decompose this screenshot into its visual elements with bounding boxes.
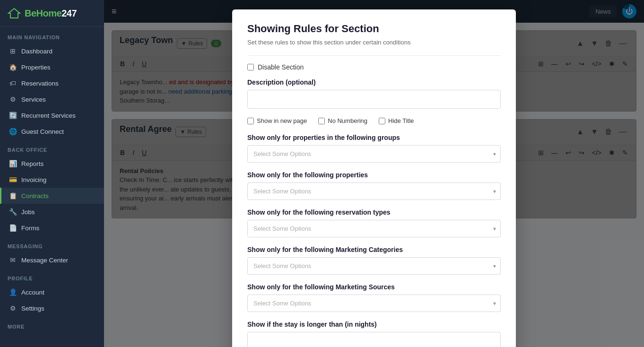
message-center-icon: ✉ — [9, 256, 17, 264]
modal-subtitle: Set these rules to show this section und… — [247, 39, 501, 46]
marketing-sources-select-wrapper: Select Some Options — [247, 295, 501, 312]
hide-title-check: Hide Title — [379, 117, 414, 124]
showing-rules-modal: Showing Rules for Section Set these rule… — [232, 9, 516, 347]
disable-section-row: Disable Section — [247, 63, 501, 71]
messaging-label: Messaging — [0, 236, 104, 252]
property-groups-group: Show only for properties in the followin… — [247, 134, 501, 163]
property-groups-select-wrapper: Select Some Options — [247, 145, 501, 163]
marketing-categories-select-wrapper: Select Some Options — [247, 257, 501, 275]
sidebar: BeHome247 Main Navigation ⊞ Dashboard 🏠 … — [0, 0, 104, 347]
sidebar-item-message-center[interactable]: ✉ Message Center — [0, 252, 104, 268]
recurrent-icon: 🔄 — [9, 112, 17, 119]
sidebar-item-reports[interactable]: 📊 Reports — [0, 156, 104, 172]
stay-longer-group: Show if the stay is longer than (in nigh… — [247, 321, 501, 347]
reports-icon: 📊 — [9, 160, 17, 167]
jobs-icon: 🔧 — [9, 208, 17, 216]
logo-icon — [8, 7, 21, 20]
reservations-icon: 🏷 — [9, 79, 17, 87]
marketing-sources-group: Show only for the following Marketing So… — [247, 283, 501, 312]
forms-icon: 📄 — [9, 224, 17, 232]
description-input[interactable] — [247, 90, 501, 109]
sidebar-item-label: Jobs — [21, 208, 35, 216]
properties-select[interactable]: Select Some Options — [247, 182, 501, 200]
properties-select-wrapper: Select Some Options — [247, 182, 501, 200]
logo-text: BeHome247 — [25, 8, 77, 19]
no-numbering-label[interactable]: No Numbering — [328, 117, 367, 124]
sidebar-item-settings[interactable]: ⚙ Settings — [0, 300, 104, 316]
sidebar-item-recurrent-services[interactable]: 🔄 Recurrent Services — [0, 107, 104, 123]
property-groups-select[interactable]: Select Some Options — [247, 145, 501, 163]
property-groups-label: Show only for properties in the followin… — [247, 134, 501, 141]
settings-icon: ⚙ — [9, 304, 17, 312]
modal-divider-1 — [247, 55, 501, 56]
sidebar-item-jobs[interactable]: 🔧 Jobs — [0, 204, 104, 220]
sidebar-item-contracts[interactable]: 📋 Contracts — [0, 188, 104, 204]
sidebar-item-label: Invoicing — [21, 176, 46, 183]
properties-icon: 🏠 — [9, 63, 17, 71]
main-nav-label: Main Navigation — [0, 27, 104, 43]
services-icon: ⚙ — [9, 95, 17, 103]
hide-title-checkbox[interactable] — [379, 118, 385, 124]
back-office-label: Back Office — [0, 139, 104, 156]
marketing-categories-select[interactable]: Select Some Options — [247, 257, 501, 275]
sidebar-item-dashboard[interactable]: ⊞ Dashboard — [0, 43, 104, 59]
sidebar-item-label: Forms — [21, 225, 39, 232]
profile-label: Profile — [0, 268, 104, 284]
sidebar-item-label: Properties — [21, 64, 51, 71]
show-new-page-check: Show in new page — [247, 117, 307, 124]
sidebar-item-forms[interactable]: 📄 Forms — [0, 220, 104, 236]
guest-connect-icon: 🌐 — [9, 128, 17, 135]
sidebar-item-label: Contracts — [21, 192, 49, 200]
sidebar-item-invoicing[interactable]: 💳 Invoicing — [0, 172, 104, 188]
sidebar-item-label: Settings — [21, 305, 44, 312]
sidebar-item-label: Dashboard — [21, 48, 52, 55]
stay-longer-label: Show if the stay is longer than (in nigh… — [247, 321, 501, 328]
hide-title-label[interactable]: Hide Title — [388, 117, 414, 124]
show-new-page-label[interactable]: Show in new page — [257, 117, 307, 124]
disable-section-checkbox[interactable] — [247, 64, 254, 70]
sidebar-item-label: Message Center — [21, 257, 68, 264]
marketing-sources-select[interactable]: Select Some Options — [247, 295, 501, 312]
reservation-types-select[interactable]: Select Some Options — [247, 220, 501, 237]
sidebar-item-reservations[interactable]: 🏷 Reservations — [0, 75, 104, 91]
reservation-types-group: Show only for the following reservation … — [247, 208, 501, 237]
sidebar-item-label: Reservations — [21, 80, 59, 87]
main-area: ≡ News Legacy Town ▼ Rules 0 ▲ ▼ 🗑 — — [104, 0, 644, 347]
sidebar-item-guest-connect[interactable]: 🌐 Guest Connect — [0, 123, 104, 139]
sidebar-item-services[interactable]: ⚙ Services — [0, 91, 104, 107]
description-label: Description (optional) — [247, 78, 501, 86]
invoicing-icon: 💳 — [9, 176, 17, 183]
logo: BeHome247 — [0, 0, 104, 27]
sidebar-item-label: Services — [21, 96, 46, 103]
inline-checkboxes: Show in new page No Numbering Hide Title — [247, 117, 501, 124]
modal-title: Showing Rules for Section — [247, 23, 501, 35]
sidebar-item-label: Account — [21, 289, 44, 296]
stay-longer-input[interactable] — [247, 332, 501, 347]
sidebar-item-account[interactable]: 👤 Account — [0, 284, 104, 300]
sidebar-item-label: Reports — [21, 160, 44, 167]
disable-section-label[interactable]: Disable Section — [258, 63, 304, 71]
modal-overlay[interactable]: Showing Rules for Section Set these rule… — [104, 0, 644, 347]
sidebar-item-label: Guest Connect — [21, 128, 64, 135]
sidebar-item-properties[interactable]: 🏠 Properties — [0, 59, 104, 75]
marketing-categories-label: Show only for the following Marketing Ca… — [247, 246, 501, 253]
account-icon: 👤 — [9, 288, 17, 296]
show-new-page-checkbox[interactable] — [247, 118, 254, 124]
description-group: Description (optional) — [247, 78, 501, 109]
sidebar-item-label: Recurrent Services — [21, 112, 76, 119]
properties-label: Show only for the following properties — [247, 171, 501, 179]
reservation-types-label: Show only for the following reservation … — [247, 208, 501, 216]
properties-group: Show only for the following properties S… — [247, 171, 501, 200]
dashboard-icon: ⊞ — [9, 47, 17, 55]
no-numbering-checkbox[interactable] — [318, 118, 325, 124]
more-label: More — [0, 316, 104, 332]
contracts-icon: 📋 — [9, 192, 17, 200]
marketing-sources-label: Show only for the following Marketing So… — [247, 283, 501, 291]
no-numbering-check: No Numbering — [318, 117, 367, 124]
reservation-types-select-wrapper: Select Some Options — [247, 220, 501, 237]
marketing-categories-group: Show only for the following Marketing Ca… — [247, 246, 501, 275]
